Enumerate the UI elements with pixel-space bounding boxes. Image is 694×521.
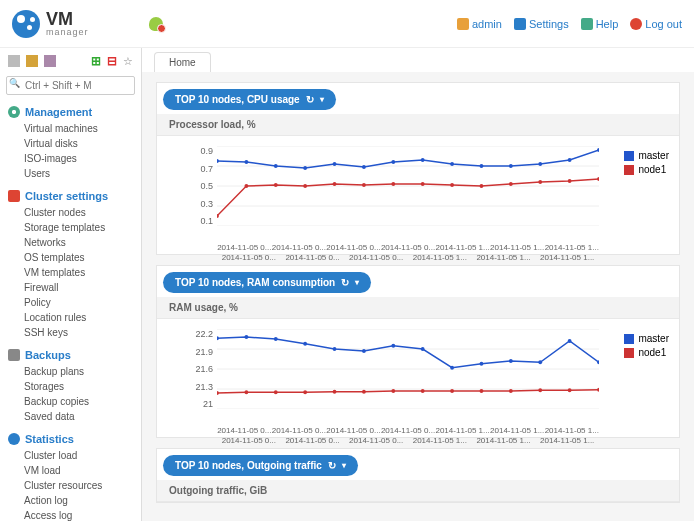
svg-point-16 [538, 162, 542, 166]
svg-point-50 [568, 339, 572, 343]
logo[interactable]: VM manager [12, 10, 89, 38]
tab-home[interactable]: Home [154, 52, 211, 72]
svg-point-54 [274, 390, 278, 394]
sidebar-item[interactable]: Location rules [24, 310, 141, 325]
panel-title: TOP 10 nodes, CPU usage [175, 94, 300, 105]
tab-bar: Home [142, 48, 694, 72]
panel-subtitle: RAM usage, % [157, 297, 679, 319]
panel: TOP 10 nodes, Outgoing traffic ↻ ▾ Outgo… [156, 448, 680, 503]
legend-master[interactable]: master [624, 150, 669, 161]
svg-point-52 [217, 391, 219, 395]
sidebar-item[interactable]: OS templates [24, 250, 141, 265]
collapse-icon[interactable]: ▾ [355, 278, 359, 287]
sidebar-item[interactable]: Firewall [24, 280, 141, 295]
section-head-3[interactable]: Statistics [0, 430, 141, 448]
logo-subtitle: manager [46, 28, 89, 37]
sidebar-item[interactable]: Virtual machines [24, 121, 141, 136]
legend: master node1 [624, 333, 669, 361]
section-head-1[interactable]: Cluster settings [0, 187, 141, 205]
svg-point-10 [362, 165, 366, 169]
refresh-icon[interactable]: ↻ [328, 460, 336, 471]
tool-icon-3[interactable] [44, 55, 56, 67]
x-axis-2: 2014-11-05 0...2014-11-05 0...2014-11-05… [217, 253, 599, 262]
svg-point-46 [450, 366, 454, 370]
panel-header: TOP 10 nodes, Outgoing traffic ↻ ▾ [163, 455, 358, 476]
svg-point-13 [450, 162, 454, 166]
sidebar-item[interactable]: VM templates [24, 265, 141, 280]
tool-icon-1[interactable] [8, 55, 20, 67]
legend-node1[interactable]: node1 [624, 164, 669, 175]
panel-subtitle: Processor load, % [157, 114, 679, 136]
sidebar-item[interactable]: SSH keys [24, 325, 141, 340]
svg-point-15 [509, 164, 513, 168]
panel-header: TOP 10 nodes, RAM consumption ↻ ▾ [163, 272, 371, 293]
section-icon [8, 433, 20, 445]
svg-point-26 [421, 182, 425, 186]
sidebar-item[interactable]: VM load [24, 463, 141, 478]
legend-master[interactable]: master [624, 333, 669, 344]
sidebar-item[interactable]: Saved data [24, 409, 141, 424]
legend: master node1 [624, 150, 669, 178]
logout-link[interactable]: Log out [630, 18, 682, 30]
tool-icon-2[interactable] [26, 55, 38, 67]
sidebar-item[interactable]: Backup copies [24, 394, 141, 409]
sidebar-item[interactable]: Storages [24, 379, 141, 394]
svg-point-23 [333, 182, 337, 186]
sidebar-item[interactable]: Cluster resources [24, 478, 141, 493]
logout-label: Log out [645, 18, 682, 30]
sidebar-item[interactable]: Action log [24, 493, 141, 508]
sidebar-item[interactable]: Networks [24, 235, 141, 250]
sidebar-toolbar: ⊞ ⊟ ☆ [0, 52, 141, 74]
svg-point-29 [509, 182, 513, 186]
panel-header: TOP 10 nodes, CPU usage ↻ ▾ [163, 89, 336, 110]
sidebar-item[interactable]: Backup plans [24, 364, 141, 379]
sidebar-item[interactable]: Policy [24, 295, 141, 310]
x-axis: 2014-11-05 0...2014-11-05 0...2014-11-05… [217, 243, 599, 252]
svg-point-5 [217, 159, 219, 163]
section-head-0[interactable]: Management [0, 103, 141, 121]
svg-point-17 [568, 158, 572, 162]
svg-point-61 [480, 389, 484, 393]
collapse-icon[interactable]: ▾ [342, 461, 346, 470]
sidebar: ⊞ ⊟ ☆ Management Virtual machinesVirtual… [0, 48, 142, 521]
search-input[interactable] [6, 76, 135, 95]
expand-all-icon[interactable]: ⊞ [91, 54, 101, 68]
svg-point-21 [274, 183, 278, 187]
svg-point-39 [244, 335, 248, 339]
settings-link[interactable]: Settings [514, 18, 569, 30]
svg-point-25 [391, 182, 395, 186]
svg-point-43 [362, 349, 366, 353]
chart: 22.221.921.621.321 master node1 2014-11-… [157, 319, 679, 437]
svg-point-7 [274, 164, 278, 168]
svg-point-48 [509, 359, 513, 363]
legend-node1[interactable]: node1 [624, 347, 669, 358]
svg-point-28 [480, 184, 484, 188]
favorite-icon[interactable]: ☆ [123, 55, 133, 68]
sidebar-item[interactable]: Cluster load [24, 448, 141, 463]
sidebar-item[interactable]: Virtual disks [24, 136, 141, 151]
section-icon [8, 349, 20, 361]
svg-point-20 [244, 184, 248, 188]
svg-point-60 [450, 389, 454, 393]
svg-point-57 [362, 390, 366, 394]
section-title: Backups [25, 349, 71, 361]
section-title: Statistics [25, 433, 74, 445]
chart: 0.90.70.50.30.1 master node1 2014-11-05 … [157, 136, 679, 254]
svg-point-56 [333, 390, 337, 394]
admin-link[interactable]: admin [457, 18, 502, 30]
sidebar-item[interactable]: Users [24, 166, 141, 181]
collapse-icon[interactable]: ▾ [320, 95, 324, 104]
x-axis: 2014-11-05 0...2014-11-05 0...2014-11-05… [217, 426, 599, 435]
section-head-2[interactable]: Backups [0, 346, 141, 364]
section-title: Cluster settings [25, 190, 108, 202]
svg-point-9 [333, 162, 337, 166]
collapse-all-icon[interactable]: ⊟ [107, 54, 117, 68]
sidebar-item[interactable]: Cluster nodes [24, 205, 141, 220]
help-link[interactable]: Help [581, 18, 619, 30]
refresh-icon[interactable]: ↻ [306, 94, 314, 105]
sidebar-item[interactable]: Access log [24, 508, 141, 521]
notification-bell-icon[interactable] [149, 17, 163, 31]
sidebar-item[interactable]: ISO-images [24, 151, 141, 166]
sidebar-item[interactable]: Storage templates [24, 220, 141, 235]
refresh-icon[interactable]: ↻ [341, 277, 349, 288]
